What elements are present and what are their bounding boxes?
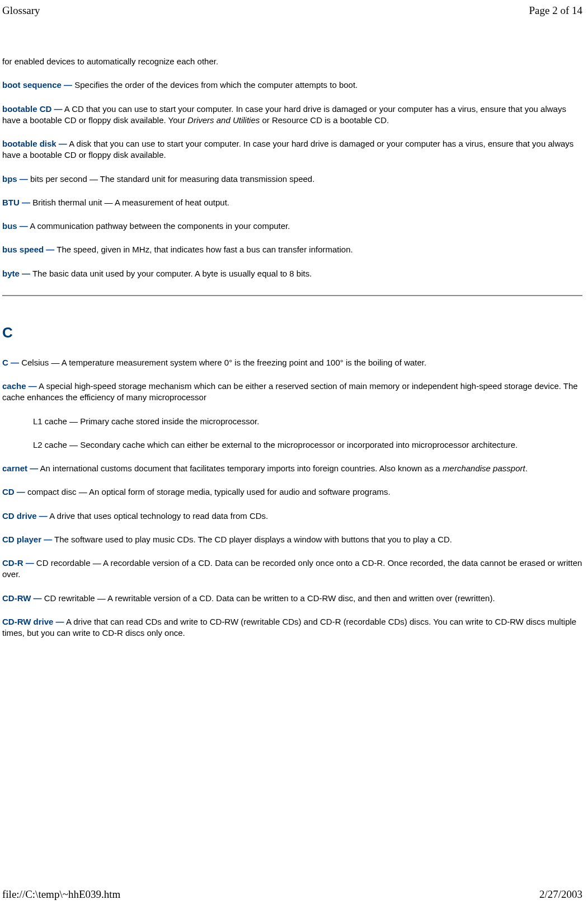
entry-bootable-cd: bootable CD — A CD that you can use to s…: [2, 104, 582, 127]
header-title: Glossary: [2, 4, 40, 17]
entry-cd: CD — compact disc — An optical form of s…: [2, 486, 582, 498]
entry-boot-sequence: boot sequence — Specifies the order of t…: [2, 79, 582, 91]
definition: Specifies the order of the devices from …: [72, 80, 357, 90]
definition: The basic data unit used by your compute…: [30, 269, 312, 278]
definition: CD rewritable — A rewritable version of …: [42, 593, 495, 603]
sub-entry-l1-cache: L1 cache — Primary cache stored inside t…: [33, 416, 582, 427]
definition: A drive that can read CDs and write to C…: [2, 617, 576, 638]
term: CD-RW drive —: [2, 617, 64, 626]
definition-pre: An international customs document that f…: [38, 463, 443, 473]
term: boot sequence —: [2, 80, 72, 90]
footer-path: file://C:\temp\~hhE039.htm: [2, 888, 120, 901]
term: bus speed —: [2, 245, 54, 254]
definition-post: or Resource CD is a bootable CD.: [260, 115, 389, 125]
entry-cd-rw-drive: CD-RW drive — A drive that can read CDs …: [2, 616, 582, 639]
entry-bps: bps — bits per second — The standard uni…: [2, 174, 582, 185]
term: CD-RW —: [2, 593, 42, 603]
definition-italic: merchandise passport: [443, 463, 525, 473]
entry-bootable-disk: bootable disk — A disk that you can use …: [2, 138, 582, 161]
entry-cd-rw: CD-RW — CD rewritable — A rewritable ver…: [2, 593, 582, 604]
definition: CD recordable — A recordable version of …: [2, 558, 582, 579]
entry-bus-speed: bus speed — The speed, given in MHz, tha…: [2, 244, 582, 255]
section-heading-c: C: [2, 324, 582, 341]
term: BTU —: [2, 198, 30, 207]
term: bootable CD —: [2, 104, 63, 114]
definition: A special high-speed storage mechanism w…: [2, 381, 578, 402]
term: CD —: [2, 487, 25, 497]
term: CD player —: [2, 535, 52, 544]
entry-byte: byte — The basic data unit used by your …: [2, 268, 582, 279]
definition: Celsius — A temperature measurement syst…: [19, 358, 426, 367]
definition: compact disc — An optical form of storag…: [25, 487, 391, 497]
entry-carnet: carnet — An international customs docume…: [2, 463, 582, 474]
term: bootable disk —: [2, 139, 67, 148]
intro-fragment: for enabled devices to automatically rec…: [2, 56, 582, 67]
definition: A disk that you can use to start your co…: [2, 139, 573, 160]
term: cache —: [2, 381, 37, 391]
term: bps —: [2, 174, 28, 184]
entry-btu: BTU — British thermal unit — A measureme…: [2, 197, 582, 208]
content-area: for enabled devices to automatically rec…: [0, 17, 588, 639]
section-divider: [2, 295, 582, 296]
term: carnet —: [2, 463, 38, 473]
entry-cache: cache — A special high-speed storage mec…: [2, 381, 582, 404]
page-footer: file://C:\temp\~hhE039.htm 2/27/2003: [2, 888, 582, 901]
term: byte —: [2, 269, 30, 278]
term: C —: [2, 358, 19, 367]
entry-bus: bus — A communication pathway between th…: [2, 221, 582, 232]
definition: The software used to play music CDs. The…: [52, 535, 452, 544]
page-header: Glossary Page 2 of 14: [0, 0, 588, 17]
sub-entry-l2-cache: L2 cache — Secondary cache which can eit…: [33, 439, 582, 451]
entry-cd-drive: CD drive — A drive that uses optical tec…: [2, 510, 582, 522]
definition-italic: Drivers and Utilities: [187, 115, 260, 125]
page-container: Glossary Page 2 of 14 for enabled device…: [0, 0, 588, 904]
entry-c-celsius: C — Celsius — A temperature measurement …: [2, 357, 582, 368]
term: CD-R —: [2, 558, 34, 568]
entry-cd-r: CD-R — CD recordable — A recordable vers…: [2, 558, 582, 580]
term: bus —: [2, 221, 28, 231]
definition: bits per second — The standard unit for …: [28, 174, 315, 184]
entry-cd-player: CD player — The software used to play mu…: [2, 534, 582, 545]
footer-date: 2/27/2003: [539, 888, 582, 901]
definition-post: .: [525, 463, 528, 473]
term: CD drive —: [2, 511, 48, 521]
header-page-info: Page 2 of 14: [529, 4, 582, 17]
definition: British thermal unit — A measurement of …: [30, 198, 229, 207]
definition: A communication pathway between the comp…: [28, 221, 290, 231]
definition: A drive that uses optical technology to …: [48, 511, 268, 521]
definition: The speed, given in MHz, that indicates …: [54, 245, 352, 254]
